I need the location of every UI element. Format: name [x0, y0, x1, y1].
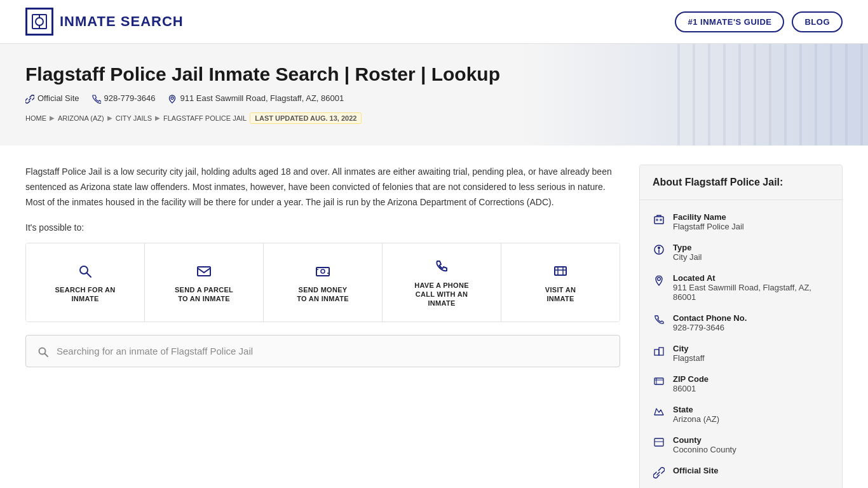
breadcrumb-sep-3: ▶: [155, 114, 160, 121]
official-site-link[interactable]: Official Site: [25, 93, 79, 104]
phone-link[interactable]: 928-779-3646: [92, 93, 156, 104]
blog-button[interactable]: BLOG: [792, 11, 843, 32]
city-icon: [653, 344, 665, 356]
type-label: Type: [673, 243, 702, 252]
breadcrumb-sep-1: ▶: [50, 114, 55, 121]
breadcrumb-flagstaff[interactable]: FLAGSTAFF POLICE JAIL: [163, 114, 247, 122]
action-parcel-label: SEND A PARCELTO AN INMATE: [175, 285, 233, 304]
about-card-title: About Flagstaff Police Jail:: [640, 165, 842, 200]
sidebar-row-location: Located At 911 East Sawmill Road, Flagst…: [640, 268, 842, 308]
svg-rect-31: [654, 378, 663, 384]
sidebar-row-state: State Arizona (AZ): [640, 399, 842, 430]
breadcrumb-last-updated: LAST UPDATED AUG. 13, 2022: [250, 112, 362, 124]
action-visit[interactable]: VISIT ANINMATE: [501, 243, 620, 322]
breadcrumb-home[interactable]: HOME: [25, 114, 46, 122]
envelope-icon: [196, 262, 212, 279]
action-search[interactable]: SEARCH FOR ANINMATE: [26, 243, 145, 322]
zip-label: ZIP Code: [673, 374, 709, 384]
action-parcel[interactable]: SEND A PARCELTO AN INMATE: [145, 243, 264, 322]
svg-rect-34: [654, 438, 663, 446]
svg-rect-7: [198, 267, 210, 276]
official-site-content: Official Site: [673, 466, 719, 475]
action-phone-label: HAVE A PHONECALL WITH ANINMATE: [414, 281, 469, 308]
header-nav: #1 INMATE'S GUIDE BLOG: [675, 11, 843, 32]
svg-rect-8: [316, 268, 329, 276]
sidebar-row-county: County Coconino County: [640, 430, 842, 460]
svg-point-4: [171, 97, 173, 99]
location-icon: [653, 274, 665, 286]
action-cards: SEARCH FOR ANINMATE SEND A PARCELTO AN I…: [25, 243, 620, 322]
zip-content: ZIP Code 86001: [673, 374, 709, 393]
phone-value: 928-779-3646: [673, 323, 747, 332]
svg-rect-18: [654, 217, 663, 224]
location-content: Located At 911 East Sawmill Road, Flagst…: [673, 273, 829, 302]
action-money[interactable]: SEND MONEYTO AN INMATE: [264, 243, 383, 322]
county-content: County Coconino County: [673, 435, 736, 454]
visit-icon: [553, 262, 568, 279]
svg-rect-25: [654, 349, 659, 355]
sidebar-row-facility: Facility Name Flagstaff Police Jail: [640, 207, 842, 237]
official-site-row-label: Official Site: [673, 466, 719, 475]
svg-rect-19: [656, 219, 658, 220]
svg-point-9: [321, 269, 325, 273]
breadcrumb-arizona[interactable]: ARIZONA (AZ): [58, 114, 104, 122]
phone-label: Contact Phone No.: [673, 313, 747, 323]
city-content: City Flagstaff: [673, 344, 705, 363]
hero-address: 911 East Sawmill Road, Flagstaff, AZ, 86…: [180, 93, 344, 103]
logo[interactable]: INMATE SEARCH: [25, 8, 184, 36]
type-value: City Jail: [673, 252, 702, 262]
svg-rect-12: [555, 267, 566, 275]
official-site-icon: [653, 466, 665, 478]
svg-point-1: [36, 18, 43, 25]
sidebar-row-official-site[interactable]: Official Site: [640, 460, 842, 484]
hero-section: Flagstaff Police Jail Inmate Search | Ro…: [0, 44, 868, 146]
logo-icon: [25, 8, 53, 36]
location-icon-hero: [168, 93, 177, 104]
svg-line-6: [87, 273, 91, 277]
state-icon: [653, 405, 665, 417]
link-icon: [25, 93, 34, 104]
county-icon: [653, 436, 665, 448]
sidebar-row-type: Type City Jail: [640, 237, 842, 268]
sidebar-row-zip: ZIP Code 86001: [640, 369, 842, 399]
main-content: Flagstaff Police Jail is a low security …: [0, 146, 868, 488]
svg-point-22: [658, 247, 660, 248]
location-value: 911 East Sawmill Road, Flagstaff, AZ, 86…: [673, 283, 829, 302]
breadcrumb-sep-2: ▶: [107, 114, 112, 121]
sidebar-row-phone: Contact Phone No. 928-779-3646: [640, 308, 842, 338]
action-search-label: SEARCH FOR ANINMATE: [55, 285, 115, 304]
svg-line-17: [45, 353, 48, 356]
location-label: Located At: [673, 273, 829, 283]
phone-icon-hero: [92, 93, 101, 104]
inmates-guide-button[interactable]: #1 INMATE'S GUIDE: [675, 11, 784, 32]
search-icon: [78, 262, 93, 279]
breadcrumb-city-jails[interactable]: CITY JAILS: [116, 114, 152, 122]
zip-value: 86001: [673, 384, 709, 393]
facility-icon: [653, 213, 665, 225]
logo-text: INMATE SEARCH: [60, 13, 184, 30]
type-content: Type City Jail: [673, 243, 702, 262]
city-value: Flagstaff: [673, 353, 705, 363]
facility-value: Flagstaff Police Jail: [673, 222, 744, 231]
state-value: Arizona (AZ): [673, 414, 719, 424]
its-possible-text: It's possible to:: [25, 222, 620, 233]
svg-rect-26: [659, 348, 663, 355]
right-column: About Flagstaff Police Jail: Facility Na…: [639, 165, 843, 488]
sidebar-rows: Facility Name Flagstaff Police Jail: [640, 200, 842, 488]
phone-sidebar-icon: [653, 314, 665, 326]
facility-description: Flagstaff Police Jail is a low security …: [25, 165, 620, 210]
search-bar[interactable]: Searching for an inmate of Flagstaff Pol…: [25, 335, 620, 367]
type-icon: [653, 243, 665, 255]
official-site-label: Official Site: [37, 93, 79, 103]
county-label: County: [673, 435, 736, 445]
phone-call-icon: [434, 257, 449, 274]
search-bar-placeholder: Searching for an inmate of Flagstaff Pol…: [57, 346, 253, 356]
header: INMATE SEARCH #1 INMATE'S GUIDE BLOG: [0, 0, 868, 44]
hero-bg: [677, 44, 868, 146]
svg-point-5: [80, 266, 88, 274]
action-money-label: SEND MONEYTO AN INMATE: [297, 285, 349, 304]
sidebar-row-city: City Flagstaff: [640, 338, 842, 369]
facility-content: Facility Name Flagstaff Police Jail: [673, 212, 744, 231]
action-phone[interactable]: HAVE A PHONECALL WITH ANINMATE: [383, 243, 501, 322]
state-label: State: [673, 405, 719, 414]
